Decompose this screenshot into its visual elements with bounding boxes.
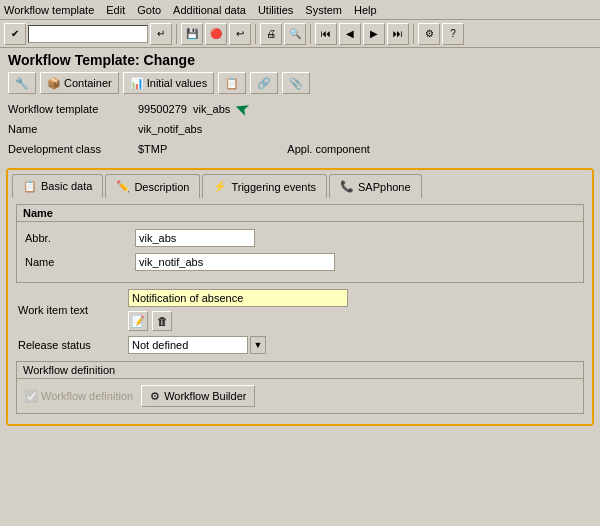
- wf-definition-checkbox-label: Workflow definition: [25, 390, 133, 403]
- page-title: Workflow Template: Change: [0, 48, 600, 70]
- print-button[interactable]: 🖨: [260, 23, 282, 45]
- menu-goto[interactable]: Goto: [137, 4, 161, 16]
- name-section-title: Name: [17, 205, 583, 222]
- workflow-template-row: Workflow template 99500279 vik_abs ➤: [8, 100, 592, 118]
- initial-values-icon: 📊: [130, 77, 144, 90]
- help-button[interactable]: ?: [442, 23, 464, 45]
- action-toolbar: 🔧 📦 Container 📊 Initial values 📋 🔗 📎: [0, 70, 600, 96]
- cancel-button[interactable]: 🔴: [205, 23, 227, 45]
- menu-utilities[interactable]: Utilities: [258, 4, 293, 16]
- basic-data-label: Basic data: [41, 180, 92, 192]
- settings-button[interactable]: ⚙: [418, 23, 440, 45]
- initial-values-button[interactable]: 📊 Initial values: [123, 72, 215, 94]
- tab-description[interactable]: ✏️ Description: [105, 174, 200, 198]
- sapphone-icon: 📞: [340, 180, 354, 193]
- workflow-builder-label: Workflow Builder: [164, 390, 246, 402]
- menu-workflow-template[interactable]: Workflow template: [4, 4, 94, 16]
- workflow-builder-icon: ⚙: [150, 390, 160, 403]
- dev-class-row: Development class $TMP Appl. component: [8, 140, 592, 158]
- dev-class-value: $TMP: [138, 143, 167, 155]
- name-field-label: Name: [25, 256, 135, 268]
- container-label: Container: [64, 77, 112, 89]
- extra-btn3[interactable]: 📎: [282, 72, 310, 94]
- extra-icon3: 📎: [289, 77, 303, 90]
- description-icon: ✏️: [116, 180, 130, 193]
- tabs-body: Name Abbr. Name Work item text Notificat…: [8, 198, 592, 424]
- find-button[interactable]: 🔍: [284, 23, 306, 45]
- sep1: [176, 24, 177, 44]
- menu-help[interactable]: Help: [354, 4, 377, 16]
- name-field-input[interactable]: [135, 253, 335, 271]
- work-item-buttons: 📝 🗑: [128, 311, 348, 331]
- workflow-builder-button[interactable]: ⚙ Workflow Builder: [141, 385, 255, 407]
- wf-definition-content: Workflow definition ⚙ Workflow Builder: [17, 379, 583, 413]
- name-value: vik_notif_abs: [138, 123, 202, 135]
- delete-text-button[interactable]: 🗑: [152, 311, 172, 331]
- initial-values-label: Initial values: [147, 77, 208, 89]
- nav-next[interactable]: ▶: [363, 23, 385, 45]
- wf-definition-checkbox: [25, 390, 38, 403]
- tab-triggering-events[interactable]: ⚡ Triggering events: [202, 174, 327, 198]
- back-button[interactable]: ✔: [4, 23, 26, 45]
- basic-data-icon: 📋: [23, 180, 37, 193]
- worklist-icon: 🔧: [15, 77, 29, 90]
- name-row: Name vik_notif_abs: [8, 120, 592, 138]
- extra-icon2: 🔗: [257, 77, 271, 90]
- annotation-arrow: ➤: [231, 96, 253, 122]
- release-status-row: Release status ▼: [16, 335, 584, 355]
- abbr-label: Abbr.: [25, 232, 135, 244]
- menu-system[interactable]: System: [305, 4, 342, 16]
- wf-definition-title: Workflow definition: [17, 362, 583, 379]
- undo-button[interactable]: ↩: [229, 23, 251, 45]
- container-button[interactable]: 📦 Container: [40, 72, 119, 94]
- menu-bar: Workflow template Edit Goto Additional d…: [0, 0, 600, 20]
- nav-prev[interactable]: ◀: [339, 23, 361, 45]
- container-icon: 📦: [47, 77, 61, 90]
- command-field[interactable]: [28, 25, 148, 43]
- nav-last[interactable]: ⏭: [387, 23, 409, 45]
- nav-first[interactable]: ⏮: [315, 23, 337, 45]
- name-section-box: Name Abbr. Name: [16, 204, 584, 283]
- name-field-row: Name: [25, 252, 575, 272]
- abbr-input[interactable]: [135, 229, 255, 247]
- description-label: Description: [134, 181, 189, 193]
- menu-additional-data[interactable]: Additional data: [173, 4, 246, 16]
- name-section-content: Abbr. Name: [17, 222, 583, 282]
- release-status-dropdown-button[interactable]: ▼: [250, 336, 266, 354]
- main-toolbar: ✔ ↵ 💾 🔴 ↩ 🖨 🔍 ⏮ ◀ ▶ ⏭ ⚙ ?: [0, 20, 600, 48]
- extra-icon1: 📋: [225, 77, 239, 90]
- extra-btn1[interactable]: 📋: [218, 72, 246, 94]
- release-status-label: Release status: [18, 339, 128, 351]
- edit-text-button[interactable]: 📝: [128, 311, 148, 331]
- dev-class-label: Development class: [8, 143, 138, 155]
- menu-edit[interactable]: Edit: [106, 4, 125, 16]
- sep4: [413, 24, 414, 44]
- enter-button[interactable]: ↵: [150, 23, 172, 45]
- workflow-template-name: vik_abs: [193, 103, 230, 115]
- release-status-input[interactable]: [128, 336, 248, 354]
- wf-definition-checkbox-text: Workflow definition: [41, 390, 133, 402]
- work-item-row: Work item text Notification of absence 📝…: [16, 289, 584, 331]
- work-item-label: Work item text: [18, 304, 128, 316]
- extra-btn2[interactable]: 🔗: [250, 72, 278, 94]
- wf-definition-section: Workflow definition Workflow definition …: [16, 361, 584, 414]
- tab-sapphone[interactable]: 📞 SAPphone: [329, 174, 422, 198]
- sep3: [310, 24, 311, 44]
- sapphone-label: SAPphone: [358, 181, 411, 193]
- worklist-button[interactable]: 🔧: [8, 72, 36, 94]
- work-item-text-display: Notification of absence: [128, 289, 348, 307]
- tabs-container: 📋 Basic data ✏️ Description ⚡ Triggering…: [6, 168, 594, 426]
- tab-basic-data[interactable]: 📋 Basic data: [12, 174, 103, 198]
- name-label: Name: [8, 123, 138, 135]
- triggering-events-icon: ⚡: [213, 180, 227, 193]
- tabs-header: 📋 Basic data ✏️ Description ⚡ Triggering…: [8, 170, 592, 198]
- info-section: Workflow template 99500279 vik_abs ➤ Nam…: [0, 96, 600, 164]
- release-status-select-group: ▼: [128, 336, 266, 354]
- abbr-row: Abbr.: [25, 228, 575, 248]
- triggering-events-label: Triggering events: [231, 181, 316, 193]
- save-button[interactable]: 💾: [181, 23, 203, 45]
- sep2: [255, 24, 256, 44]
- appl-component-label: Appl. component: [287, 143, 417, 155]
- workflow-template-label: Workflow template: [8, 103, 138, 115]
- workflow-template-id: 99500279: [138, 103, 187, 115]
